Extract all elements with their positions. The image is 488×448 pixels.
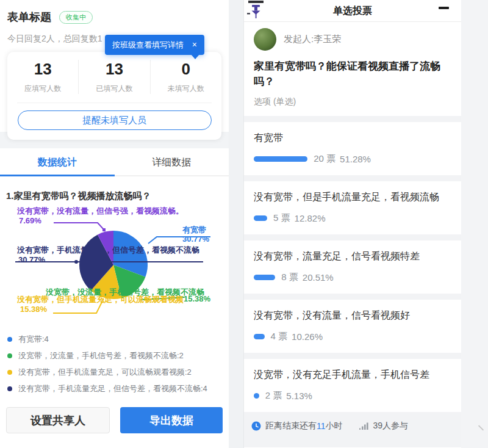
stat-label: 已填写人数 [79, 84, 149, 94]
vote-panel: 单选投票 发起人:李玉荣 家里有宽带吗？能保证看视频直播了流畅吗？ 选项 (单选… [244, 0, 461, 448]
tooltip-text: 按班级查看填写详情 [112, 40, 184, 49]
vote-option-4[interactable]: 没有宽带，没有流量，信号看视频好 4 票 10.26% [244, 300, 461, 353]
legend-dot-blue-icon [7, 337, 12, 342]
legend-item: 没有宽带，但手机流量充足，可以流畅观看视频:2 [7, 364, 221, 380]
legend-dot-green-icon [7, 353, 12, 358]
option-votes: 5 票 [273, 212, 290, 224]
stat-label: 未填写人数 [151, 84, 221, 94]
divider [17, 103, 212, 103]
tab-label: 详细数据 [152, 157, 191, 167]
stat-filled: 13 已填写人数 [78, 60, 149, 94]
countdown-suffix: 小时 [326, 421, 343, 432]
form-header-section: 表单标题 收集中 今日回复2人，总回复数1 按班级查看填写详情 × 13 应填写… [0, 0, 229, 132]
tab-label: 数据统计 [38, 157, 77, 167]
vote-footer: 距离结束还有11小时 39人参与 [244, 412, 461, 440]
countdown-value: 11 [317, 421, 326, 431]
leader-line-purple [54, 223, 104, 230]
countdown-prefix: 距离结束还有 [265, 421, 317, 432]
leader-dot-navy [74, 260, 78, 264]
vote-option-3[interactable]: 没有宽带，流量充足，信号看视频特差 8 票 20.51% [244, 240, 461, 294]
form-title-row: 表单标题 收集中 [7, 10, 221, 24]
stat-value: 13 [7, 60, 78, 79]
stats-row: 13 应填写人数 13 已填写人数 0 未填写人数 [7, 60, 221, 94]
minimize-icon[interactable] [439, 7, 449, 9]
legend-text: 没有宽带，但手机流量充足，可以流畅观看视频:2 [18, 364, 192, 380]
chart-legend: 有宽带:4 没宽带，没流量，手机信号差，看视频不流畅:2 没有宽带，但手机流量充… [0, 329, 229, 397]
option-percent: 12.82% [295, 213, 326, 223]
legend-dot-yellow-icon [7, 370, 12, 375]
leader-dot-purple [102, 228, 106, 231]
stat-value: 0 [151, 60, 221, 79]
initiator-avatar[interactable] [254, 28, 276, 51]
option-votes: 2 票 [265, 390, 282, 402]
panel-gutter [229, 0, 244, 448]
stat-should-fill: 13 应填写人数 [7, 60, 78, 94]
legend-text: 有宽带:4 [18, 331, 49, 347]
participants-count: 39人参与 [373, 421, 409, 432]
tab-bar: 数据统计 详细数据 [0, 148, 229, 176]
legend-item: 没有宽带，手机流量充足，但信号差，看视频不流畅:4 [7, 380, 221, 397]
right-margin [461, 0, 488, 448]
pie-callout-purple-pct: 7.69% [19, 216, 41, 225]
pie-callout-yellow-text: 没有宽带，但手机流量充足，可以流畅观看视频 [17, 294, 184, 305]
screen: 表单标题 收集中 今日回复2人，总回复数1 按班级查看填写详情 × 13 应填写… [0, 0, 488, 448]
option-percent: 10.26% [292, 331, 323, 342]
option-result: 4 票 10.26% [254, 331, 451, 342]
class-view-tooltip[interactable]: 按班级查看填写详情 × [105, 35, 204, 55]
collecting-status-badge: 收集中 [59, 11, 93, 24]
vote-info-section: 发起人:李玉荣 家里有宽带吗？能保证看视频直播了流畅吗？ 选项 (单选) [244, 22, 461, 116]
fill-stats-card: 13 应填写人数 13 已填写人数 0 未填写人数 提醒未填写人员 [7, 52, 221, 140]
result-bar [254, 334, 265, 339]
legend-text: 没宽带，没流量，手机信号差，看视频不流畅:2 [18, 347, 184, 364]
vote-question: 家里有宽带吗？能保证看视频直播了流畅吗？ [254, 59, 451, 89]
participants-bars-icon [359, 422, 369, 430]
close-icon[interactable]: × [192, 40, 197, 49]
option-votes: 4 票 [271, 331, 288, 342]
option-percent: 20.51% [303, 272, 334, 283]
legend-item: 没宽带，没流量，手机信号差，看视频不流畅:2 [7, 347, 221, 364]
pie-callout-navy-pct: 30.77% [18, 255, 45, 264]
clock-icon [251, 421, 261, 431]
tab-data-statistics[interactable]: 数据统计 [0, 148, 115, 176]
option-label: 没宽带，没有充足手机流量，手机信号差 [254, 369, 451, 381]
result-bar [254, 156, 307, 162]
remind-unfilled-button[interactable]: 提醒未填写人员 [18, 110, 212, 130]
vote-page-title: 单选投票 [244, 0, 461, 22]
tab-detailed-data[interactable]: 详细数据 [115, 148, 229, 176]
set-shared-people-button[interactable]: 设置共享人 [6, 407, 110, 433]
stat-label: 应填写人数 [7, 84, 78, 94]
pie-callout-purple-text: 没有宽带，没有流量，但信号强，看视频流畅。 [17, 206, 184, 217]
legend-item: 有宽带:4 [7, 331, 221, 347]
stat-value: 13 [79, 60, 149, 79]
initiator-row: 发起人:李玉荣 [254, 28, 451, 51]
pie-callout-navy-text: 没有宽带，手机流量充足，但信号差，看视频不流畅 [17, 245, 199, 256]
result-bar [254, 275, 275, 280]
vote-option-5[interactable]: 没宽带，没有充足手机流量，手机信号差 2 票 5.13% [244, 359, 461, 412]
pin-icon[interactable] [246, 0, 265, 22]
question-title: 1.家里有宽带吗？视频播放流畅吗？ [0, 176, 229, 202]
pie-callout-yellow-pct: 15.38% [20, 305, 47, 314]
option-votes: 8 票 [281, 272, 298, 283]
footer-actions: 设置共享人 导出数据 [0, 397, 229, 433]
pie-callout-blue-pct: 30.77% [182, 234, 209, 244]
initiator-name: 发起人:李玉荣 [284, 34, 341, 45]
options-type-label: 选项 (单选) [254, 96, 451, 107]
result-bar [254, 393, 259, 399]
stat-unfilled: 0 未填写人数 [150, 60, 221, 94]
export-data-button[interactable]: 导出数据 [120, 407, 223, 433]
resize-handle [478, 425, 484, 430]
option-label: 没有宽带，但是手机流量充足，看视频流畅 [254, 191, 451, 204]
option-label: 没有宽带，没有流量，信号看视频好 [254, 309, 451, 322]
legend-dot-navy-icon [7, 386, 12, 391]
option-percent: 5.13% [286, 391, 312, 401]
form-title: 表单标题 [7, 11, 51, 23]
option-votes: 20 票 [314, 153, 336, 165]
form-stats-panel: 表单标题 收集中 今日回复2人，总回复数1 按班级查看填写详情 × 13 应填写… [0, 0, 229, 448]
option-result: 20 票 51.28% [254, 153, 451, 165]
option-label: 没有宽带，流量充足，信号看视频特差 [254, 250, 451, 263]
option-percent: 51.28% [340, 154, 371, 164]
option-result: 8 票 20.51% [254, 272, 451, 283]
vote-option-1[interactable]: 有宽带 20 票 51.28% [244, 122, 461, 175]
option-result: 2 票 5.13% [254, 390, 451, 402]
vote-option-2[interactable]: 没有宽带，但是手机流量充足，看视频流畅 5 票 12.82% [244, 181, 461, 234]
